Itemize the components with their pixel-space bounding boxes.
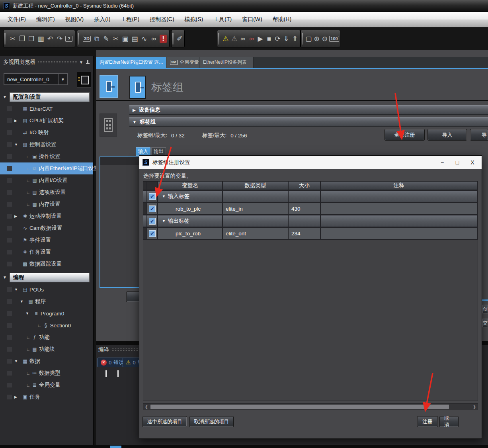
sidebar-item-functions[interactable]: ∟ƒ功能 [0, 331, 93, 343]
minimize-button[interactable]: − [436, 159, 448, 166]
section-tag-group[interactable]: ▼ 标签组 [129, 117, 488, 127]
horizontal-scrollbar[interactable]: ❮ ❯ [143, 403, 478, 410]
sidebar-item-data-types[interactable]: ∟≔数据类型 [0, 367, 93, 379]
tab-ethernet-ip-device-list[interactable]: EtherNet/IP设备列表 [199, 57, 254, 68]
window-layout-icon[interactable]: ⧉ [93, 35, 100, 42]
partial-create-button[interactable]: 创 [482, 305, 488, 313]
row-checkbox[interactable]: ✔ [149, 218, 156, 225]
section-device-information[interactable]: ▶ 设备信息 [129, 105, 488, 115]
delete-icon[interactable]: ▥ [37, 35, 45, 42]
help-icon[interactable]: ? [65, 36, 72, 42]
sidebar-item-function-blocks[interactable]: ∟▩功能块 [0, 343, 93, 355]
import-button[interactable]: 导入 [428, 129, 467, 140]
sidebar-item-io-map[interactable]: ⇄I/O 映射 [0, 127, 93, 139]
section-programming[interactable]: ▼ 编程 [0, 272, 93, 282]
register-all-button[interactable]: 全部注册 [385, 129, 424, 140]
run-icon[interactable]: ▶ [257, 35, 264, 42]
stop-icon[interactable]: ■ [265, 35, 273, 42]
undo-icon[interactable]: ↶ [47, 35, 54, 42]
build-warning-icon[interactable]: ⚠ [222, 35, 229, 42]
tab-builtin-ethernet-ip-port-settings[interactable]: 内置EtherNet/IP端口设置 连... X [96, 57, 166, 68]
sidebar-item-builtin-io-settings[interactable]: ∟▥内置I/O设置 [0, 174, 93, 186]
sidebar-item-event-settings[interactable]: ⚑事件设置 [0, 234, 93, 246]
monitor-off-icon[interactable]: ∞ [248, 35, 255, 42]
row-selector[interactable] [143, 191, 147, 202]
sidebar-item-programs[interactable]: ▼▦程序 [0, 295, 93, 307]
sidebar-item-global-variables[interactable]: ∟≣全局变量 [0, 379, 93, 391]
sidebar-item-memory-settings[interactable]: ∟▦内存设置 [0, 198, 93, 210]
table-row[interactable]: ✔ plc_to_rob elite_ont 234 [143, 228, 478, 240]
menu-help[interactable]: 帮助(H) [267, 14, 297, 25]
sidebar-item-section0[interactable]: ∟§Section0 [0, 319, 93, 331]
controller-selector[interactable]: new_Controller_0 ▼ [4, 73, 68, 85]
pin-icon[interactable] [86, 60, 90, 65]
row-selector[interactable] [143, 203, 147, 214]
menu-controller[interactable]: 控制器(C) [144, 14, 179, 25]
partial-exchange-button[interactable]: 交 [482, 319, 488, 327]
table-row[interactable]: ✔ ▼输出标签 [143, 215, 478, 228]
paste-icon[interactable]: ❒ [28, 35, 35, 42]
redo-icon[interactable]: ↷ [56, 35, 63, 42]
sidebar-item-data-trace-settings[interactable]: ▩数据跟踪设置 [0, 258, 93, 270]
sidebar-item-option-board-settings[interactable]: ∟▤选项板设置 [0, 186, 93, 198]
chevron-down-icon[interactable]: ▼ [79, 60, 83, 65]
cancel-button[interactable]: 取消 [440, 417, 458, 427]
zoom-fit-icon[interactable]: ▢ [305, 35, 312, 42]
sidebar-item-cpu-rack[interactable]: ▶▤CPU/扩展机架 [0, 115, 93, 127]
menu-file[interactable]: 文件(F) [2, 14, 31, 25]
sidebar-item-motion-control-settings[interactable]: ▶✱运动控制设置 [0, 210, 93, 222]
sidebar-item-tasks[interactable]: ▶▣任务 [0, 391, 93, 403]
tab-global-variables[interactable]: var 全局变量 [166, 57, 199, 68]
sidebar-item-operation-settings[interactable]: ∟▣操作设置 [0, 151, 93, 162]
menu-view[interactable]: 视图(V) [60, 14, 89, 25]
row-checkbox[interactable]: ✔ [149, 193, 156, 200]
register-button[interactable]: 注册 [418, 417, 437, 427]
troubleshoot-icon[interactable]: ✐ [176, 35, 183, 42]
select-items-button[interactable]: 选中所选的项目 [143, 417, 187, 427]
menu-tools[interactable]: 工具(T) [208, 14, 237, 25]
row-selector[interactable] [143, 228, 147, 239]
scroll-left-icon[interactable]: ❮ [143, 404, 150, 410]
zoom-out-icon[interactable]: ⊖ [321, 35, 328, 42]
capture-icon[interactable]: ▣ [122, 35, 129, 42]
port-settings-nav-icon[interactable] [100, 75, 118, 98]
pick-tool-icon[interactable]: ✎ [103, 35, 110, 42]
table-row[interactable]: ✔ rob_to_plc elite_in 430 [143, 203, 478, 215]
tab-input[interactable]: 输入 [136, 147, 150, 156]
3d-view-icon[interactable]: 3D [83, 36, 91, 42]
network-structure-nav-icon[interactable] [100, 113, 117, 137]
sidebar-item-data[interactable]: ▼▦数据 [0, 355, 93, 367]
build-off-icon[interactable]: ⚠ [231, 35, 238, 42]
zoom-100-icon[interactable]: 100 [329, 36, 339, 42]
sidebar-item-builtin-ethernet-ip-port-settings[interactable]: ∟⧉内置EtherNet/IP端口设置 [0, 162, 93, 174]
menu-insert[interactable]: 插入(I) [89, 14, 115, 25]
search-icon[interactable]: ∞ [150, 35, 157, 42]
zoom-in-icon[interactable]: ⊕ [313, 35, 320, 42]
sidebar-item-program0[interactable]: ▼≡Program0 [0, 307, 93, 319]
scrollbar-thumb[interactable] [150, 405, 449, 409]
watch-table-icon[interactable]: ▤ [131, 35, 138, 42]
row-selector[interactable] [143, 215, 147, 227]
menu-window[interactable]: 窗口(W) [237, 14, 267, 25]
sidebar-item-cam-data-settings[interactable]: ∿Cam数据设置 [0, 222, 93, 234]
maximize-button[interactable]: □ [451, 159, 463, 166]
sidebar-item-pous[interactable]: ▼▤POUs [0, 284, 93, 295]
close-button[interactable]: X [467, 159, 478, 166]
menu-simulation[interactable]: 模拟(S) [180, 14, 209, 25]
cut-icon[interactable]: ✂ [9, 35, 16, 42]
section-configuration[interactable]: ▼ 配置和设置 [0, 92, 93, 102]
export-button[interactable]: 导 [470, 129, 488, 140]
upload-from-controller-icon[interactable]: ⇑ [291, 35, 299, 42]
row-checkbox[interactable]: ✔ [149, 205, 156, 212]
sidebar-item-ethercat[interactable]: ▦EtherCAT [0, 103, 93, 115]
scrollbar-track[interactable] [150, 404, 471, 410]
split-icon[interactable]: ✂ [112, 35, 119, 42]
monitor-glasses-icon[interactable]: ∞ [239, 35, 246, 42]
sync-icon[interactable]: ⟳ [274, 35, 281, 42]
table-row[interactable]: ✔ ▼输入标签 [143, 191, 478, 203]
abort-icon[interactable]: ! [160, 35, 167, 43]
deselect-items-button[interactable]: 取消所选的项目 [190, 417, 234, 427]
sidebar-item-controller-settings[interactable]: ▼▧控制器设置 [0, 139, 93, 151]
row-checkbox[interactable]: ✔ [149, 230, 156, 237]
menu-project[interactable]: 工程(P) [115, 14, 144, 25]
